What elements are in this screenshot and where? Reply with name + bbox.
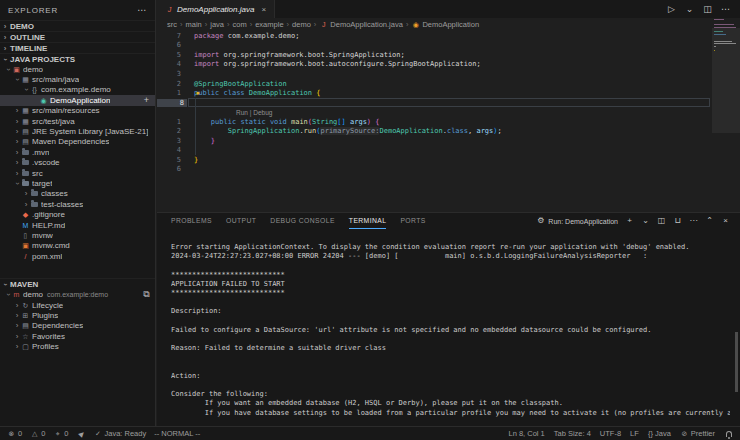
status-item-0[interactable]: ⊗0 [7, 429, 22, 438]
status-item-java-ready[interactable]: ✓Java: Ready [94, 429, 147, 438]
terminal-output[interactable]: Error starting ApplicationContext. To di… [171, 243, 730, 424]
prettier-icon: ⊘ [680, 430, 689, 437]
status-item-lf[interactable]: LF [630, 429, 639, 438]
ports-icon: ⌖ [53, 430, 62, 437]
chevron-down-icon: › [13, 179, 22, 187]
status-item-normal[interactable]: -- NORMAL -- [154, 429, 200, 438]
tree-item-maven-dependencies[interactable]: ›▤Maven Dependencies [0, 137, 155, 147]
terminal-scrollbar[interactable] [735, 332, 738, 392]
class-icon: ◉ [39, 97, 48, 104]
trash-icon[interactable]: ⊔ [673, 217, 682, 225]
close-icon[interactable]: × [721, 217, 730, 225]
tree-item-label: src/main/java [32, 75, 79, 84]
current-line-highlight [188, 98, 710, 108]
chevron-right-icon: › [13, 127, 21, 136]
tree-item-demoapplication[interactable]: ◉DemoApplication+ [0, 95, 155, 105]
code-editor[interactable]: 7package com.example.demo;65import org.s… [157, 31, 712, 212]
class-symbol-icon: ◉ [411, 21, 420, 28]
breadcrumb-item-com[interactable]: com [233, 20, 247, 29]
breadcrumb-item-demo[interactable]: demo [292, 20, 311, 29]
tree-item-label: demo [23, 290, 43, 299]
tree-item-pom-xml[interactable]: /pom.xml [0, 251, 155, 261]
tree-item-dependencies[interactable]: ›▤Dependencies [0, 321, 155, 331]
tree-item-src[interactable]: ›src [0, 168, 155, 178]
tree-item-profiles[interactable]: ›▢Profiles [0, 341, 155, 351]
chevron-up-icon[interactable]: ⌃ [705, 217, 714, 225]
tree-item-gitignore[interactable]: ◆.gitignore [0, 209, 155, 219]
terminal-file-icon: ▣ [21, 242, 30, 249]
line-number: 2 [157, 127, 181, 135]
close-icon[interactable]: × [261, 5, 266, 14]
tree-item-test-classes[interactable]: ›test-classes [0, 199, 155, 209]
tree-item-src-main-resources[interactable]: ›▦src/main/resources [0, 106, 155, 116]
section-maven[interactable]: › MAVEN [0, 278, 155, 289]
section-outline[interactable]: ›OUTLINE [0, 31, 155, 42]
tree-item-com-example-demo[interactable]: ›{}com.example.demo [0, 85, 155, 95]
lightbulb-icon[interactable]: ● [193, 89, 202, 96]
status-item-0[interactable]: △0 [30, 429, 45, 438]
breadcrumb-item-src[interactable]: src [167, 20, 177, 29]
tree-item-vscode[interactable]: ›.vscode [0, 158, 155, 168]
tree-item-favorites[interactable]: ›☆Favorites [0, 331, 155, 341]
gear-icon: ⚙ [536, 217, 545, 225]
code-line: 2 SpringApplication.run(primarySource:De… [157, 126, 712, 136]
tree-item-label: src [32, 169, 43, 178]
tree-item-mvn[interactable]: ›.mvn [0, 147, 155, 157]
chevron-down-icon[interactable]: ⌄ [641, 217, 650, 225]
status-item-rocket-icon[interactable]: ▶ [77, 430, 86, 437]
plus-icon[interactable]: + [142, 96, 151, 105]
status-item-0[interactable]: ⌖0 [53, 429, 68, 438]
split-editor-icon[interactable]: ◫ [657, 217, 666, 225]
status-item-bell-icon[interactable] [724, 431, 733, 437]
status-item-utf-8[interactable]: UTF-8 [600, 429, 621, 438]
tree-item-help-md[interactable]: MHELP.md [0, 220, 155, 230]
more-icon[interactable]: ⋯ [721, 5, 730, 14]
tab-demoapplication[interactable]: J DemoApplication.java × [157, 0, 275, 18]
section-java-projects[interactable]: › JAVA PROJECTS [0, 53, 155, 64]
panel-tab-ports[interactable]: PORTS [400, 213, 425, 229]
breadcrumb-item-demoapplication[interactable]: ◉DemoApplication [411, 20, 479, 29]
section-timeline[interactable]: ›TIMELINE [0, 42, 155, 53]
line-number: 2 [157, 80, 181, 88]
status-item-prettier[interactable]: ⊘Prettier [680, 429, 715, 438]
tree-item-demo[interactable]: ›▣demo [0, 64, 155, 74]
line-number: 3 [157, 137, 181, 145]
panel-tab-debug-console[interactable]: DEBUG CONSOLE [270, 213, 335, 229]
panel-tab-output[interactable]: OUTPUT [226, 213, 256, 229]
tree-item-src-test-java[interactable]: ›▦src/test/java [0, 116, 155, 126]
minimap-slider[interactable] [712, 28, 740, 133]
panel-tab-problems[interactable]: PROBLEMS [171, 213, 212, 229]
tree-item-label: test-classes [41, 200, 83, 209]
copy-icon[interactable]: ⧉ [142, 290, 151, 299]
tree-item-target[interactable]: ›target [0, 178, 155, 188]
breadcrumb-item-java[interactable]: java [210, 20, 224, 29]
status-item-java[interactable]: {} Java [648, 429, 671, 438]
section-demo[interactable]: ›DEMO [0, 20, 155, 31]
tree-item-lifecycle[interactable]: ›↻Lifecycle [0, 300, 155, 310]
tree-item-plugins[interactable]: ›⊞Plugins [0, 310, 155, 320]
status-item-ln-8-col-1[interactable]: Ln 8, Col 1 [508, 429, 544, 438]
tree-item-mvnw-cmd[interactable]: ▣mvnw.cmd [0, 241, 155, 251]
run-icon[interactable]: ▷ [667, 5, 676, 14]
code-line: 5import org.springframework.boot.SpringA… [157, 50, 712, 60]
code-line: 1public class DemoApplication { [157, 88, 712, 98]
breadcrumb-item-demoapplication-java[interactable]: JDemoApplication.java [319, 20, 403, 29]
tree-item-jre-system-library-javase-21[interactable]: ›▤JRE System Library [JavaSE-21] [0, 126, 155, 136]
terminal-session-label[interactable]: ⚙ Run: DemoApplication [536, 217, 618, 225]
more-actions-icon[interactable]: ⋯ [137, 5, 147, 15]
status-item-tab-size-4[interactable]: Tab Size: 4 [554, 429, 591, 438]
breadcrumb-item-example[interactable]: example [255, 20, 283, 29]
panel-tab-terminal[interactable]: TERMINAL [349, 213, 387, 229]
breadcrumb-item-main[interactable]: main [186, 20, 202, 29]
status-bar: ⊗0△0⌖0▶✓Java: Ready-- NORMAL -- Ln 8, Co… [0, 426, 740, 440]
chevron-down-icon[interactable]: ⌄ [685, 5, 694, 14]
tree-item-mvnw[interactable]: ▯mvnw [0, 230, 155, 240]
tree-item-src-main-java[interactable]: ›▦src/main/java [0, 74, 155, 84]
xml-icon: / [21, 253, 30, 260]
tree-item-classes[interactable]: ›classes [0, 189, 155, 199]
code-line: 6 [157, 165, 712, 175]
plus-icon[interactable]: + [625, 217, 634, 225]
split-editor-icon[interactable]: ◫ [703, 5, 712, 14]
more-icon[interactable]: ⋯ [689, 217, 698, 225]
tree-item-demo[interactable]: ›mdemocom.example:demo⧉ [0, 289, 155, 299]
